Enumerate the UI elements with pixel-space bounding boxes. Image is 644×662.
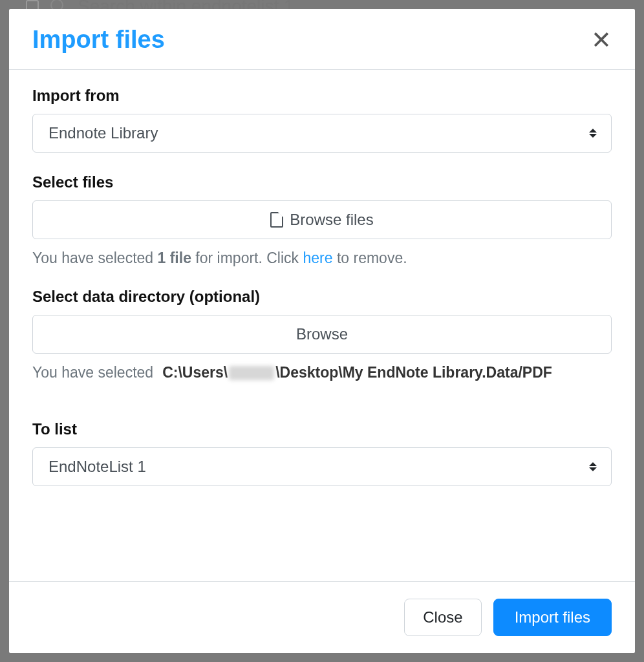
select-data-dir-label: Select data directory (optional) [32, 288, 612, 306]
import-from-value: Endnote Library [48, 124, 158, 142]
to-list-group: To list EndNoteList 1 [32, 420, 612, 486]
hint-prefix: You have selected [32, 250, 158, 266]
hint-suffix: to remove. [333, 250, 407, 266]
hint-count: 1 file [158, 250, 191, 266]
file-icon [270, 212, 283, 228]
import-from-select[interactable]: Endnote Library [32, 114, 612, 153]
select-files-label: Select files [32, 173, 612, 191]
dir-hint-prefix: You have selected [32, 364, 153, 381]
to-list-label: To list [32, 420, 612, 438]
select-files-group: Select files Browse files You have selec… [32, 173, 612, 267]
to-list-value: EndNoteList 1 [48, 458, 146, 476]
chevron-sort-icon [589, 462, 597, 471]
close-icon[interactable]: ✕ [591, 28, 612, 52]
selected-dir-path: C:\Users\\Desktop\My EndNote Library.Dat… [162, 364, 552, 381]
dir-path-end: \Desktop\My EndNote Library.Data/PDF [275, 364, 552, 381]
browse-dir-label: Browse [296, 325, 348, 343]
chevron-sort-icon [589, 129, 597, 138]
to-list-select[interactable]: EndNoteList 1 [32, 447, 612, 486]
import-from-label: Import from [32, 87, 612, 105]
modal-title: Import files [32, 26, 165, 54]
selected-files-hint: You have selected 1 file for import. Cli… [32, 250, 612, 267]
modal-footer: Close Import files [9, 581, 635, 653]
import-from-group: Import from Endnote Library [32, 87, 612, 153]
select-data-dir-group: Select data directory (optional) Browse … [32, 288, 612, 381]
modal-body: Import from Endnote Library Select files… [9, 70, 635, 581]
browse-files-label: Browse files [290, 211, 373, 229]
hint-mid: for import. Click [191, 250, 303, 266]
modal-header: Import files ✕ [9, 9, 635, 70]
import-files-button[interactable]: Import files [493, 599, 612, 636]
redacted-username [229, 366, 274, 380]
import-files-modal: Import files ✕ Import from Endnote Libra… [9, 9, 635, 653]
selected-dir-hint: You have selected C:\Users\\Desktop\My E… [32, 364, 612, 381]
close-button[interactable]: Close [404, 599, 481, 636]
dir-path-start: C:\Users\ [162, 364, 228, 381]
browse-files-button[interactable]: Browse files [32, 200, 612, 239]
browse-dir-button[interactable]: Browse [32, 315, 612, 354]
remove-files-link[interactable]: here [303, 250, 332, 266]
